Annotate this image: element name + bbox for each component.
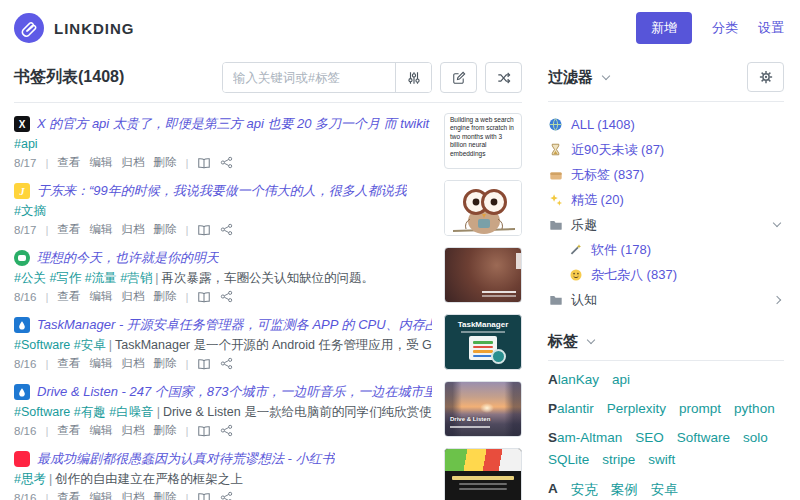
filter-item-all[interactable]: ALL (1408) — [548, 112, 784, 137]
search-options-button[interactable] — [395, 63, 431, 92]
settings-link[interactable]: 设置 — [758, 19, 784, 37]
share-icon[interactable] — [220, 156, 233, 169]
bookmark-tags[interactable]: #Software #有趣 #白噪音 — [14, 405, 154, 419]
chevron-right-icon[interactable] — [773, 295, 781, 303]
wand-icon — [568, 242, 583, 257]
share-icon[interactable] — [220, 223, 233, 236]
bookmark-title-link[interactable]: 于东来：“99年的时候，我说我要做一个伟大的人，很多人都说我 — [37, 182, 407, 200]
archive-action[interactable]: 归档 — [121, 356, 144, 371]
bookmark-title-link[interactable]: 理想的今天，也许就是你的明天 — [37, 249, 219, 267]
mark-read-book-icon[interactable] — [197, 156, 211, 170]
share-icon[interactable] — [220, 424, 233, 437]
bulk-edit-button[interactable] — [440, 62, 477, 93]
tag-link[interactable]: Sam-Altman — [548, 430, 622, 445]
tag-link[interactable]: SEO — [635, 430, 664, 445]
delete-action[interactable]: 删除 — [153, 490, 176, 500]
folder-icon — [548, 292, 563, 307]
tag-link[interactable]: swift — [648, 452, 675, 467]
archive-action[interactable]: 归档 — [121, 423, 144, 438]
thumbnail-text: Building a web search engine from scratc… — [445, 114, 521, 160]
bookmark-thumbnail[interactable] — [444, 247, 522, 303]
edit-action[interactable]: 编辑 — [89, 423, 112, 438]
filter-label: 乐趣 — [571, 216, 597, 234]
filter-folder-fun[interactable]: 乐趣 — [548, 212, 784, 237]
tag-group-p: Palantir Perplexity prompt python — [548, 401, 784, 416]
chevron-down-icon[interactable] — [587, 336, 595, 344]
bookmark-tags[interactable]: #公关 #写作 #流量 #营销 — [14, 271, 152, 285]
share-icon[interactable] — [220, 290, 233, 303]
gear-icon — [759, 70, 773, 84]
view-action[interactable]: 查看 — [57, 289, 80, 304]
delete-action[interactable]: 删除 — [153, 155, 176, 170]
edit-action[interactable]: 编辑 — [89, 490, 112, 500]
view-action[interactable]: 查看 — [57, 356, 80, 371]
search-input[interactable] — [223, 63, 395, 92]
edit-action[interactable]: 编辑 — [89, 289, 112, 304]
bookmark-list-panel: 书签列表(1408) X — [14, 56, 522, 500]
tag-link[interactable]: solo — [743, 430, 768, 445]
bookmark-thumbnail[interactable]: Drive & Listen — [444, 381, 522, 437]
view-action[interactable]: 查看 — [57, 423, 80, 438]
tag-link[interactable]: python — [734, 401, 775, 416]
categories-link[interactable]: 分类 — [712, 19, 738, 37]
archive-action[interactable]: 归档 — [121, 222, 144, 237]
add-bookmark-button[interactable]: 新增 — [636, 12, 692, 44]
tag-link[interactable]: 安卓 — [651, 481, 678, 499]
bookmark-thumbnail[interactable] — [444, 448, 522, 500]
filter-item-software[interactable]: 软件 (178) — [548, 237, 784, 262]
edit-action[interactable]: 编辑 — [89, 155, 112, 170]
bookmark-title-link[interactable]: TaskManager - 开源安卓任务管理器，可监测各 APP 的 CPU、内… — [37, 316, 432, 334]
filter-item-unread-90d[interactable]: 近90天未读 (87) — [548, 137, 784, 162]
view-action[interactable]: 查看 — [57, 222, 80, 237]
filter-item-featured[interactable]: 精选 (20) — [548, 187, 784, 212]
tag-link[interactable]: Palantir — [548, 401, 594, 416]
tag-link[interactable]: 安克 — [571, 481, 598, 499]
bookmark-tags[interactable]: #Software #安卓 — [14, 338, 106, 352]
tag-link[interactable]: SQLite — [548, 452, 589, 467]
archive-action[interactable]: 归档 — [121, 289, 144, 304]
brand[interactable]: LINKDING — [14, 13, 135, 43]
bookmark-thumbnail[interactable] — [444, 180, 522, 236]
share-icon[interactable] — [220, 357, 233, 370]
chevron-down-icon[interactable] — [602, 71, 610, 79]
tag-link[interactable]: Perplexity — [607, 401, 666, 416]
bookmark-title-link[interactable]: 最成功编剧都很愚蠢因为认真对待荒谬想法 - 小红书 — [37, 450, 335, 468]
bookmark-thumbnail[interactable]: TaskManager — [444, 314, 522, 370]
tag-link[interactable]: stripe — [602, 452, 635, 467]
edit-action[interactable]: 编辑 — [89, 222, 112, 237]
random-sort-button[interactable] — [485, 62, 522, 93]
filter-folder-cognition[interactable]: 认知 — [548, 287, 784, 312]
tag-link[interactable]: prompt — [679, 401, 721, 416]
bookmark-thumbnail[interactable]: Building a web search engine from scratc… — [444, 113, 522, 169]
bookmark-tags[interactable]: #api — [14, 137, 38, 151]
chevron-down-icon[interactable] — [773, 219, 781, 227]
filter-item-misc[interactable]: 杂七杂八 (837) — [548, 262, 784, 287]
archive-action[interactable]: 归档 — [121, 490, 144, 500]
bookmark-tags[interactable]: #文摘 — [14, 204, 46, 218]
separator: | — [185, 425, 188, 437]
filter-item-untagged[interactable]: 无标签 (837) — [548, 162, 784, 187]
delete-action[interactable]: 删除 — [153, 289, 176, 304]
header-nav: 新增 分类 设置 — [636, 12, 784, 44]
edit-action[interactable]: 编辑 — [89, 356, 112, 371]
bookmark-tags[interactable]: #思考 — [14, 472, 46, 486]
mark-read-book-icon[interactable] — [197, 424, 211, 438]
delete-action[interactable]: 删除 — [153, 356, 176, 371]
mark-read-book-icon[interactable] — [197, 290, 211, 304]
delete-action[interactable]: 删除 — [153, 222, 176, 237]
tag-link[interactable]: AlanKay — [548, 372, 599, 387]
mark-read-book-icon[interactable] — [197, 357, 211, 371]
archive-action[interactable]: 归档 — [121, 155, 144, 170]
filter-settings-button[interactable] — [747, 62, 784, 92]
tag-link[interactable]: 案例 — [611, 481, 638, 499]
tag-link[interactable]: api — [612, 372, 630, 387]
bookmark-title-link[interactable]: Drive & Listen - 247 个国家，873个城市，一边听音乐，一边… — [37, 383, 432, 401]
mark-read-book-icon[interactable] — [197, 491, 211, 500]
mark-read-book-icon[interactable] — [197, 223, 211, 237]
view-action[interactable]: 查看 — [57, 155, 80, 170]
bookmark-title-link[interactable]: X 的官方 api 太贵了，即便是第三方 api 也要 20 多刀一个月 而 t… — [37, 115, 432, 133]
tag-link[interactable]: Software — [677, 430, 730, 445]
share-icon[interactable] — [220, 491, 233, 500]
delete-action[interactable]: 删除 — [153, 423, 176, 438]
view-action[interactable]: 查看 — [57, 490, 80, 500]
